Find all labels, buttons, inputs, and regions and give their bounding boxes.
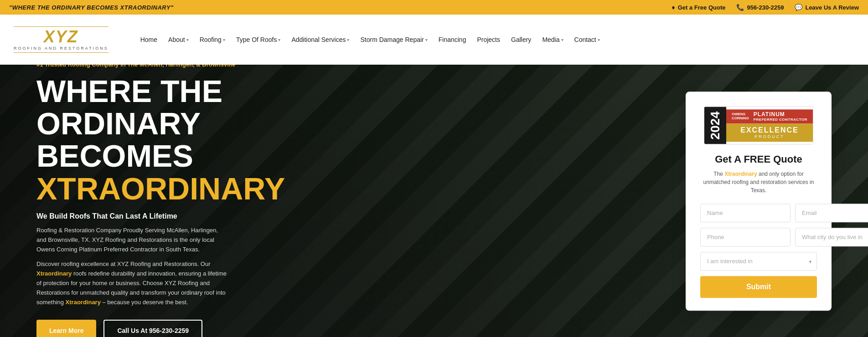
quote-card: 2024 OWENSCORNING PLATINUM PREFERRED CON… xyxy=(686,92,832,311)
cert-tier: PLATINUM xyxy=(754,111,785,117)
hero-description2: Discover roofing excellence at XYZ Roofi… xyxy=(36,260,228,307)
quote-description: The Xtraordinary and only option for unm… xyxy=(700,170,817,195)
cert-product: PRODUCT xyxy=(733,134,806,139)
nav-storm-damage[interactable]: Storm Damage Repair ▾ xyxy=(356,32,432,47)
logo-text[interactable]: XYZ xyxy=(44,29,78,45)
cert-preferred: PREFERRED CONTRACTOR xyxy=(754,117,807,122)
logo-subtitle: ROOFING AND RESTORATIONS xyxy=(14,46,108,51)
nav-financing[interactable]: Financing xyxy=(434,32,471,47)
form-row-name-email xyxy=(700,204,817,223)
hero-section: #1 Trusted Roofing Company In The McAlle… xyxy=(0,65,868,337)
quote-icon: ♦ xyxy=(672,4,675,11)
top-bar-links: ♦ Get a Free Quote 📞 956-230-2259 💬 Leav… xyxy=(672,4,859,11)
nav-roofing[interactable]: Roofing ▾ xyxy=(195,32,230,47)
nav-home[interactable]: Home xyxy=(136,32,162,47)
cert-top: OWENSCORNING PLATINUM PREFERRED CONTRACT… xyxy=(726,109,813,123)
chevron-down-icon: ▾ xyxy=(278,37,280,42)
top-bar: "WHERE THE ORDINARY BECOMES XTRAORDINARY… xyxy=(0,0,868,15)
cert-year: 2024 xyxy=(704,107,726,144)
hero-title-line1: WHERE THE ORDINARY BECOMES xyxy=(36,75,337,173)
hero-title-xtra: XTRAORDINARY xyxy=(36,173,337,205)
phone-link[interactable]: 📞 956-230-2259 xyxy=(736,4,784,11)
nav-links: Home About ▾ Roofing ▾ Type Of Roofs ▾ A… xyxy=(136,32,854,47)
hero-buttons: Learn More Call Us At 956-230-2259 xyxy=(36,320,337,337)
cert-excellence: EXCELLENCE xyxy=(733,126,806,134)
chevron-down-icon: ▾ xyxy=(223,37,225,42)
phone-icon: 📞 xyxy=(736,4,744,11)
cert-badge-inner: 2024 OWENSCORNING PLATINUM PREFERRED CON… xyxy=(704,106,813,144)
nav-projects[interactable]: Projects xyxy=(472,32,505,47)
hero-description1: Roofing & Restoration Company Proudly Se… xyxy=(36,226,228,254)
nav-media[interactable]: Media ▾ xyxy=(537,32,568,47)
nav-contact[interactable]: Contact ▾ xyxy=(570,32,604,47)
cert-right: OWENSCORNING PLATINUM PREFERRED CONTRACT… xyxy=(726,109,813,142)
navbar: XYZ ROOFING AND RESTORATIONS Home About … xyxy=(0,15,868,65)
chevron-down-icon: ▾ xyxy=(347,37,349,42)
hero-content: #1 Trusted Roofing Company In The McAlle… xyxy=(0,65,374,337)
interest-select[interactable]: I am interested in Roof Replacement Roof… xyxy=(700,252,817,271)
chevron-down-icon: ▾ xyxy=(598,37,600,42)
cert-brand: OWENSCORNING xyxy=(732,112,749,120)
chevron-down-icon: ▾ xyxy=(186,37,189,42)
get-quote-link[interactable]: ♦ Get a Free Quote xyxy=(672,4,726,11)
interest-select-wrap: I am interested in Roof Replacement Roof… xyxy=(700,252,817,271)
form-row-phone-city xyxy=(700,228,817,247)
review-icon: 💬 xyxy=(795,4,802,11)
cert-bottom: EXCELLENCE PRODUCT xyxy=(726,123,813,142)
submit-button[interactable]: Submit xyxy=(700,276,817,298)
slogan: "WHERE THE ORDINARY BECOMES XTRAORDINARY… xyxy=(9,4,174,11)
nav-about[interactable]: About ▾ xyxy=(164,32,193,47)
name-input[interactable] xyxy=(700,204,790,223)
quote-title: Get A FREE Quote xyxy=(700,154,817,166)
nav-additional-services[interactable]: Additional Services ▾ xyxy=(287,32,354,47)
email-input[interactable] xyxy=(795,204,868,223)
hero-badge: #1 Trusted Roofing Company In The McAlle… xyxy=(36,65,337,68)
learn-more-button[interactable]: Learn More xyxy=(36,320,96,337)
call-us-button[interactable]: Call Us At 956-230-2259 xyxy=(103,320,202,337)
city-input[interactable] xyxy=(795,228,868,247)
chevron-down-icon: ▾ xyxy=(561,37,563,42)
phone-input[interactable] xyxy=(700,228,790,247)
cert-badge: 2024 OWENSCORNING PLATINUM PREFERRED CON… xyxy=(700,106,817,144)
nav-gallery[interactable]: Gallery xyxy=(506,32,536,47)
logo: XYZ ROOFING AND RESTORATIONS xyxy=(14,26,108,53)
chevron-down-icon: ▾ xyxy=(425,37,428,42)
review-link[interactable]: 💬 Leave Us A Review xyxy=(795,4,859,11)
hero-subtitle: We Build Roofs That Can Last A Lifetime xyxy=(36,212,337,220)
nav-type-of-roofs[interactable]: Type Of Roofs ▾ xyxy=(232,32,285,47)
quote-form: I am interested in Roof Replacement Roof… xyxy=(700,204,817,298)
